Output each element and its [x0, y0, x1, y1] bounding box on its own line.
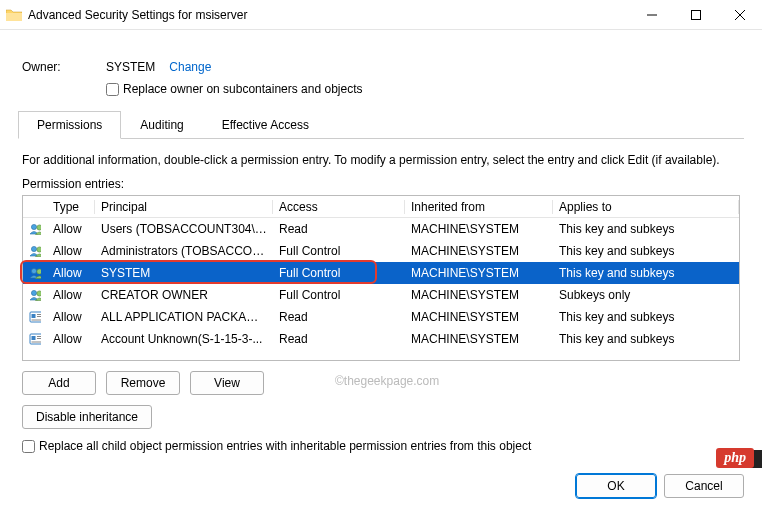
close-button[interactable] [718, 1, 762, 29]
cell-principal: Users (TOBSACCOUNT304\Us... [95, 222, 273, 236]
cell-access: Full Control [273, 288, 405, 302]
col-inherited[interactable]: Inherited from [405, 200, 553, 214]
change-owner-link[interactable]: Change [169, 60, 211, 74]
cell-principal: ALL APPLICATION PACKAGES [95, 310, 273, 324]
cell-principal: Account Unknown(S-1-15-3-... [95, 332, 273, 346]
card-icon [23, 310, 47, 324]
disable-inheritance-button[interactable]: Disable inheritance [22, 405, 152, 429]
add-button[interactable]: Add [22, 371, 96, 395]
users-icon [23, 266, 47, 280]
tabs: Permissions Auditing Effective Access [18, 110, 744, 139]
cell-inherited: MACHINE\SYSTEM [405, 266, 553, 280]
cell-applies: This key and subkeys [553, 266, 739, 280]
cell-type: Allow [47, 266, 95, 280]
grid-header: Type Principal Access Inherited from App… [23, 196, 739, 218]
cell-principal: SYSTEM [95, 266, 273, 280]
cell-access: Read [273, 222, 405, 236]
intro-text: For additional information, double-click… [22, 153, 740, 167]
table-row[interactable]: AllowAdministrators (TOBSACCOU...Full Co… [23, 240, 739, 262]
cell-type: Allow [47, 310, 95, 324]
tab-effective-access[interactable]: Effective Access [203, 111, 328, 139]
table-row[interactable]: AllowSYSTEMFull ControlMACHINE\SYSTEMThi… [23, 262, 739, 284]
table-row[interactable]: AllowUsers (TOBSACCOUNT304\Us...ReadMACH… [23, 218, 739, 240]
users-icon [23, 222, 47, 236]
replace-owner-label: Replace owner on subcontainers and objec… [123, 82, 362, 96]
table-row[interactable]: AllowAccount Unknown(S-1-15-3-...ReadMAC… [23, 328, 739, 350]
table-row[interactable]: AllowCREATOR OWNERFull ControlMACHINE\SY… [23, 284, 739, 306]
cell-type: Allow [47, 288, 95, 302]
permission-grid: Type Principal Access Inherited from App… [22, 195, 740, 361]
col-access[interactable]: Access [273, 200, 405, 214]
svg-rect-9 [692, 10, 701, 19]
cell-access: Read [273, 310, 405, 324]
folder-icon [6, 8, 22, 21]
tab-auditing[interactable]: Auditing [121, 111, 202, 139]
replace-all-checkbox[interactable] [22, 440, 35, 453]
cell-principal: Administrators (TOBSACCOU... [95, 244, 273, 258]
card-icon [23, 332, 47, 346]
table-row[interactable]: AllowALL APPLICATION PACKAGESReadMACHINE… [23, 306, 739, 328]
cell-applies: This key and subkeys [553, 222, 739, 236]
cell-applies: This key and subkeys [553, 332, 739, 346]
cell-type: Allow [47, 244, 95, 258]
cell-inherited: MACHINE\SYSTEM [405, 332, 553, 346]
window-title: Advanced Security Settings for msiserver [28, 8, 630, 22]
cell-type: Allow [47, 222, 95, 236]
tab-permissions[interactable]: Permissions [18, 111, 121, 139]
cell-applies: This key and subkeys [553, 310, 739, 324]
col-applies[interactable]: Applies to [553, 200, 739, 214]
users-icon [23, 244, 47, 258]
owner-value: SYSTEM [106, 60, 155, 74]
cell-access: Full Control [273, 266, 405, 280]
cancel-button[interactable]: Cancel [664, 474, 744, 498]
users-icon [23, 288, 47, 302]
col-principal[interactable]: Principal [95, 200, 273, 214]
minimize-button[interactable] [630, 1, 674, 29]
cell-access: Full Control [273, 244, 405, 258]
cell-access: Read [273, 332, 405, 346]
replace-all-label: Replace all child object permission entr… [39, 439, 531, 453]
cell-inherited: MACHINE\SYSTEM [405, 288, 553, 302]
cell-applies: This key and subkeys [553, 244, 739, 258]
owner-label: Owner: [22, 60, 106, 74]
ok-button[interactable]: OK [576, 474, 656, 498]
cell-inherited: MACHINE\SYSTEM [405, 222, 553, 236]
remove-button[interactable]: Remove [106, 371, 180, 395]
view-button[interactable]: View [190, 371, 264, 395]
cell-type: Allow [47, 332, 95, 346]
maximize-button[interactable] [674, 1, 718, 29]
col-type[interactable]: Type [47, 200, 95, 214]
php-badge: php [716, 448, 754, 468]
entries-label: Permission entries: [22, 177, 740, 191]
replace-owner-checkbox[interactable] [106, 83, 119, 96]
cell-principal: CREATOR OWNER [95, 288, 273, 302]
cell-inherited: MACHINE\SYSTEM [405, 310, 553, 324]
cell-applies: Subkeys only [553, 288, 739, 302]
cell-inherited: MACHINE\SYSTEM [405, 244, 553, 258]
